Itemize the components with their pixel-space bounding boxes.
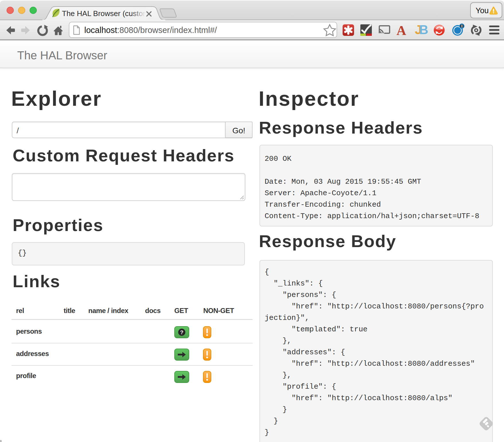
svg-text:localhost:8080/browser/index.h: localhost:8080/browser/index.html#/ — [84, 26, 217, 35]
svg-text:?: ? — [180, 329, 183, 335]
svg-text:A: A — [396, 23, 406, 38]
svg-text:B: B — [419, 23, 428, 37]
